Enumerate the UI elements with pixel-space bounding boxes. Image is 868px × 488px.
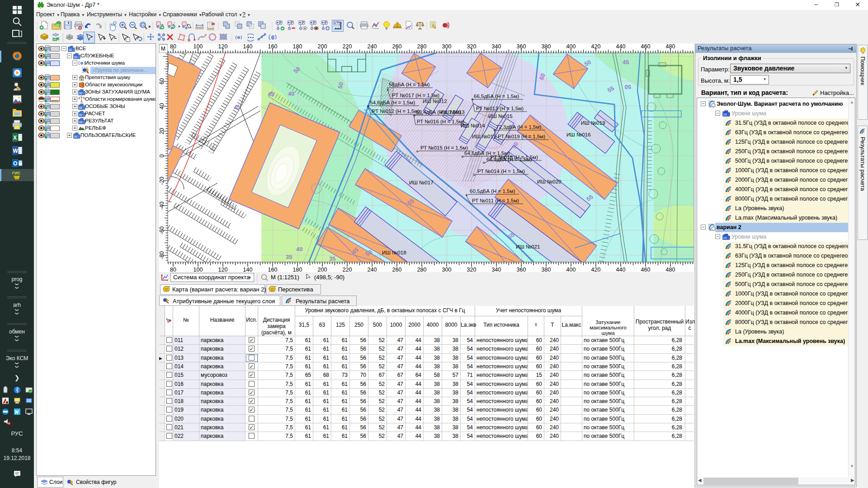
svg-text:-80: -80: [159, 251, 165, 259]
svg-text:ИШ №012: ИШ №012: [423, 99, 447, 104]
svg-text:480: 480: [666, 267, 675, 272]
svg-text:180: 180: [293, 43, 302, 50]
svg-text:РТ №013 (Н = 1,5м): РТ №013 (Н = 1,5м): [476, 106, 524, 111]
svg-text:220: 220: [343, 267, 352, 272]
svg-text:220: 220: [343, 43, 352, 50]
svg-text:480: 480: [666, 43, 675, 50]
svg-text:0: 0: [159, 154, 165, 157]
svg-text:40: 40: [159, 103, 165, 109]
svg-text:50: 50: [625, 84, 631, 90]
svg-text:ИШ №017: ИШ №017: [409, 180, 434, 185]
svg-text:280: 280: [417, 267, 427, 272]
svg-text:ИШ №015: ИШ №015: [488, 113, 513, 119]
svg-text:40: 40: [296, 246, 302, 253]
svg-text:120: 120: [218, 43, 228, 50]
svg-text:45: 45: [233, 103, 241, 111]
svg-text:РТ №014 (Н = 1,5м): РТ №014 (Н = 1,5м): [477, 169, 525, 174]
svg-text:РТ №016 (Н = 1,5м): РТ №016 (Н = 1,5м): [417, 119, 464, 124]
svg-text:72,3дБА (Н = 1,5м): 72,3дБА (Н = 1,5м): [496, 124, 541, 130]
svg-text:340: 340: [492, 267, 501, 272]
svg-text:360: 360: [517, 267, 526, 272]
svg-text:ИШ №020: ИШ №020: [537, 179, 561, 184]
svg-text:45: 45: [268, 91, 274, 98]
svg-text:120: 120: [218, 267, 228, 272]
svg-text:340: 340: [492, 43, 501, 50]
svg-text:300: 300: [442, 43, 452, 50]
svg-text:240: 240: [368, 43, 377, 50]
svg-text:35: 35: [286, 253, 292, 260]
svg-text:260: 260: [392, 267, 402, 272]
svg-text:440: 440: [616, 267, 626, 272]
svg-text:ИШ №021: ИШ №021: [516, 244, 540, 249]
svg-text:300: 300: [442, 267, 452, 272]
svg-text:-60: -60: [159, 226, 165, 235]
svg-text:140: 140: [243, 267, 253, 272]
svg-text:380: 380: [542, 267, 551, 272]
svg-text:60: 60: [159, 78, 165, 84]
svg-text:РТ №012 (Н = 1,5м): РТ №012 (Н = 1,5м): [372, 108, 420, 114]
svg-text:ИШ №014: ИШ №014: [461, 123, 485, 128]
svg-text:O: O: [13, 160, 17, 167]
svg-text:160: 160: [268, 43, 278, 50]
svg-text:100: 100: [193, 43, 203, 50]
svg-text:280: 280: [417, 43, 427, 50]
svg-text:360: 360: [517, 43, 526, 50]
svg-text:140: 140: [243, 43, 253, 50]
svg-text:66,5дБА (Н = 1,5м): 66,5дБА (Н = 1,5м): [474, 94, 519, 99]
svg-text:240: 240: [368, 267, 377, 272]
svg-text:320: 320: [467, 267, 476, 272]
svg-text:W: W: [13, 148, 19, 154]
svg-text:45: 45: [623, 59, 629, 66]
svg-text:РТ №017 (Н = 1,5м): РТ №017 (Н = 1,5м): [392, 93, 439, 98]
svg-text:54,8дБА (Н = 1,5м): 54,8дБА (Н = 1,5м): [370, 100, 415, 105]
svg-text:380: 380: [542, 43, 551, 50]
svg-text:60,5дБА (Н = 1,5м): 60,5дБА (Н = 1,5м): [470, 188, 515, 194]
svg-text:420: 420: [591, 43, 601, 50]
svg-text:ИШ №018: ИШ №018: [382, 250, 406, 255]
svg-text:58дБА (Н = 1,5м): 58дБА (Н = 1,5м): [389, 82, 430, 87]
svg-text:400: 400: [566, 43, 576, 50]
svg-text:ИШ №019: ИШ №019: [581, 120, 605, 126]
svg-text:-20: -20: [159, 177, 165, 185]
svg-text:М: М: [161, 46, 165, 52]
svg-text:40: 40: [288, 90, 294, 97]
svg-text:420: 420: [591, 267, 601, 272]
svg-text:400: 400: [566, 267, 576, 272]
svg-text:РТ №019 (Н = 1,5м): РТ №019 (Н = 1,5м): [498, 134, 545, 139]
svg-text:X: X: [13, 135, 17, 141]
svg-text:100: 100: [193, 267, 203, 272]
svg-text:РТ №015 (Н = 1,5м): РТ №015 (Н = 1,5м): [420, 145, 468, 150]
svg-text:200: 200: [318, 43, 327, 50]
svg-text:440: 440: [616, 43, 626, 50]
svg-text:80: 80: [170, 267, 176, 272]
svg-text:460: 460: [641, 43, 651, 50]
svg-text:ГИС: ГИС: [12, 171, 21, 175]
svg-text:66,9дБА (Н = 1,5м): 66,9дБА (Н = 1,5м): [486, 157, 532, 162]
svg-text:80: 80: [170, 43, 176, 50]
svg-text:ИШ №016: ИШ №016: [566, 132, 591, 137]
svg-text:РТ №011 (Н = 1,5м): РТ №011 (Н = 1,5м): [472, 198, 519, 203]
svg-text:160: 160: [268, 267, 278, 272]
svg-text:35: 35: [329, 255, 335, 262]
svg-text:180: 180: [293, 267, 302, 272]
svg-text:-40: -40: [159, 202, 165, 210]
svg-text:460: 460: [641, 267, 651, 272]
svg-text:ИШ №013: ИШ №013: [440, 109, 465, 115]
svg-text:260: 260: [392, 43, 402, 50]
svg-text:ИШ №011: ИШ №011: [472, 134, 496, 139]
svg-text:20: 20: [159, 128, 165, 134]
svg-text:320: 320: [467, 43, 476, 50]
svg-text:200: 200: [318, 267, 327, 272]
